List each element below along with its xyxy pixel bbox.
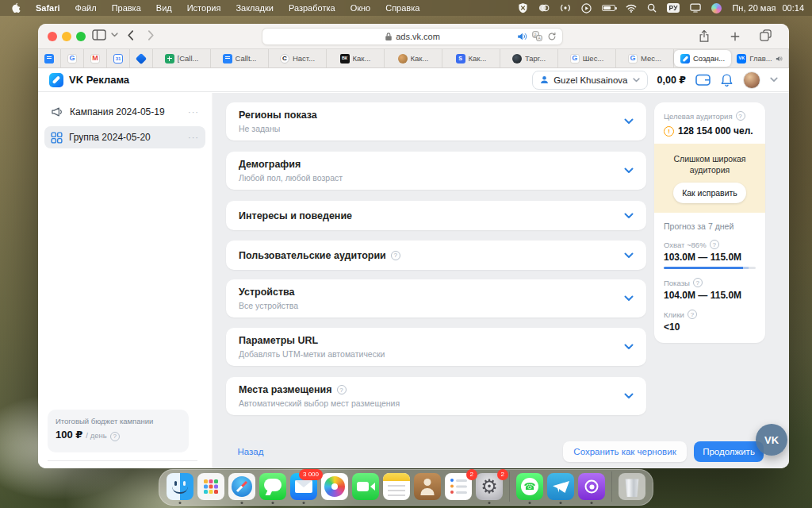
save-draft-button[interactable]: Сохранить как черновик bbox=[563, 441, 687, 462]
tab-kak-dog[interactable]: Как... bbox=[385, 49, 442, 67]
menu-item-history[interactable]: История bbox=[187, 3, 221, 13]
dock-messages[interactable] bbox=[259, 473, 286, 500]
chevron-down-icon[interactable] bbox=[624, 118, 634, 125]
audience-help-icon[interactable] bbox=[736, 111, 745, 121]
address-bar[interactable]: ads.vk.com bbox=[262, 28, 563, 45]
tab-targ[interactable]: Тарг... bbox=[500, 49, 558, 67]
input-source-badge[interactable]: РУ bbox=[667, 3, 680, 13]
fix-audience-button[interactable]: Как исправить bbox=[673, 183, 746, 203]
antenna-status-icon[interactable] bbox=[560, 3, 571, 13]
dock-podcasts[interactable] bbox=[578, 473, 605, 500]
chevron-down-icon[interactable] bbox=[624, 295, 634, 302]
tab-nast[interactable]: CНаст... bbox=[269, 49, 327, 67]
wifi-icon[interactable] bbox=[626, 4, 637, 13]
continue-button[interactable]: Продолжить bbox=[694, 441, 764, 462]
tab-sheets-call[interactable]: [Call... bbox=[153, 49, 211, 67]
dock-launchpad[interactable] bbox=[197, 473, 224, 500]
section-interests[interactable]: Интересы и поведение bbox=[226, 201, 646, 230]
section-regions[interactable]: Регионы показа Не заданы bbox=[226, 102, 646, 140]
audiences-help-icon[interactable] bbox=[391, 251, 400, 260]
dock-telegram[interactable] bbox=[547, 473, 574, 500]
menubar-date[interactable]: Пн, 20 мая bbox=[732, 3, 776, 13]
back-step-button[interactable]: Назад bbox=[231, 441, 270, 462]
tab-audio-icon[interactable] bbox=[776, 56, 783, 62]
tab-mes[interactable]: GМес... bbox=[616, 49, 674, 67]
play-status-icon[interactable] bbox=[581, 3, 592, 13]
chevron-down-icon[interactable] bbox=[624, 167, 634, 174]
wallet-icon[interactable] bbox=[695, 73, 710, 87]
minimize-window-button[interactable] bbox=[62, 32, 71, 41]
audio-playing-icon[interactable] bbox=[517, 32, 527, 41]
impressions-help-icon[interactable] bbox=[693, 278, 703, 287]
sidebar-item-campaign[interactable]: Кампания 2024-05-19 ··· bbox=[44, 101, 205, 123]
menu-item-safari[interactable]: Safari bbox=[36, 3, 60, 13]
tab-glav-vk[interactable]: VKГлав... bbox=[731, 49, 789, 67]
bell-icon[interactable] bbox=[720, 73, 733, 87]
zoom-window-button[interactable] bbox=[76, 32, 86, 41]
avatar[interactable] bbox=[743, 71, 760, 89]
account-selector[interactable]: Guzel Khusainova bbox=[532, 71, 647, 90]
sidebar-toggle-icon[interactable] bbox=[92, 29, 106, 40]
vk-ads-brand[interactable]: VK Реклама bbox=[49, 73, 129, 87]
tab-shes[interactable]: GШес... bbox=[558, 49, 616, 67]
chevron-down-icon[interactable] bbox=[624, 393, 634, 399]
pinned-tab-calendar[interactable]: 31 bbox=[107, 49, 130, 67]
dock-safari[interactable] bbox=[228, 473, 255, 500]
dock-photos[interactable] bbox=[321, 473, 348, 500]
dock-whatsapp[interactable]: ☎ bbox=[516, 473, 543, 500]
pinned-tab-docs[interactable] bbox=[38, 49, 61, 67]
dock-facetime[interactable] bbox=[352, 473, 379, 500]
menu-item-file[interactable]: Файл bbox=[75, 3, 97, 13]
sidebar-item-group[interactable]: Группа 2024-05-20 ··· bbox=[44, 126, 205, 148]
tab-sozdan-active[interactable]: Создан... bbox=[674, 50, 731, 67]
tab-docs-callt[interactable]: Callt... bbox=[211, 49, 269, 67]
reload-icon[interactable] bbox=[547, 32, 557, 41]
forward-button[interactable] bbox=[147, 29, 155, 41]
group-more-button[interactable]: ··· bbox=[188, 133, 199, 142]
new-tab-icon[interactable] bbox=[730, 32, 740, 41]
dock-reminders[interactable]: 2 bbox=[445, 473, 472, 500]
battery-icon[interactable] bbox=[602, 5, 615, 11]
chevron-down-icon[interactable] bbox=[624, 213, 634, 219]
spotlight-icon[interactable] bbox=[647, 3, 657, 13]
tab-kak-vc[interactable]: ВККак... bbox=[327, 49, 385, 67]
shield-status-icon[interactable] bbox=[518, 2, 528, 13]
dock-finder[interactable] bbox=[167, 473, 193, 500]
clicks-help-icon[interactable] bbox=[688, 310, 697, 319]
menu-item-window[interactable]: Окно bbox=[350, 3, 371, 13]
menu-item-help[interactable]: Справка bbox=[385, 3, 419, 13]
menu-item-develop[interactable]: Разработка bbox=[289, 3, 335, 13]
section-placements[interactable]: Места размещения Автоматический выбор ме… bbox=[226, 377, 646, 415]
dock-trash[interactable] bbox=[619, 473, 645, 500]
menubar-clock[interactable]: 00:14 bbox=[782, 3, 804, 13]
coins-status-icon[interactable] bbox=[538, 3, 550, 13]
budget-help-icon[interactable] bbox=[110, 432, 120, 441]
menu-item-view[interactable]: Вид bbox=[156, 3, 172, 13]
dock-contacts[interactable] bbox=[414, 473, 441, 500]
dock-settings[interactable]: 2⚙ bbox=[476, 473, 503, 500]
chevron-down-icon[interactable] bbox=[624, 344, 634, 350]
pinned-tab-gmail[interactable]: M bbox=[84, 49, 107, 67]
menu-item-edit[interactable]: Правка bbox=[112, 3, 141, 13]
profile-chevron-icon[interactable] bbox=[770, 77, 778, 83]
translate-icon[interactable] bbox=[532, 31, 542, 41]
section-devices[interactable]: Устройства Все устройства bbox=[226, 279, 646, 318]
siri-icon[interactable] bbox=[711, 3, 722, 13]
sidebar-chevron-icon[interactable] bbox=[111, 33, 118, 37]
dock-notes[interactable] bbox=[383, 473, 410, 500]
reach-help-icon[interactable] bbox=[710, 240, 719, 249]
pinned-tab-google[interactable]: G bbox=[61, 49, 84, 67]
pinned-tab-jira[interactable] bbox=[130, 49, 153, 67]
apple-menu-icon[interactable] bbox=[11, 2, 21, 13]
close-window-button[interactable] bbox=[48, 32, 57, 41]
placements-help-icon[interactable] bbox=[337, 385, 347, 394]
vk-floating-button[interactable]: VK bbox=[756, 424, 787, 456]
tab-kak-s[interactable]: SКак... bbox=[442, 49, 500, 67]
section-url-params[interactable]: Параметры URL Добавлять UTM-метки автома… bbox=[226, 328, 646, 366]
menu-item-bookmarks[interactable]: Закладки bbox=[236, 3, 274, 13]
dock-mail[interactable]: 3 000 bbox=[290, 473, 317, 500]
display-icon[interactable] bbox=[690, 3, 701, 13]
back-button[interactable] bbox=[127, 29, 134, 41]
section-demography[interactable]: Демография Любой пол, любой возраст bbox=[226, 152, 646, 190]
tab-overview-icon[interactable] bbox=[760, 29, 772, 41]
